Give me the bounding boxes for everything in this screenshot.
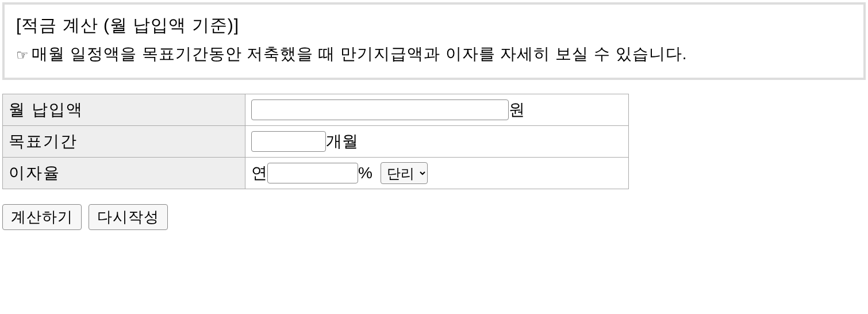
label-period: 목표기간 [3, 126, 245, 158]
calculate-button[interactable]: 계산하기 [2, 204, 82, 230]
table-row: 월 납입액 원 [3, 94, 629, 126]
page-title: [적금 계산 (월 납입액 기준)] [16, 14, 852, 37]
description: ☞매월 일정액을 목표기간동안 저축했을 때 만기지급액과 이자를 자세히 보실… [16, 42, 852, 66]
unit-months: 개월 [326, 132, 358, 150]
button-row: 계산하기 다시작성 [2, 204, 866, 230]
cell-period: 개월 [245, 126, 629, 158]
label-rate: 이자율 [3, 158, 245, 189]
header-box: [적금 계산 (월 납입액 기준)] ☞매월 일정액을 목표기간동안 저축했을 … [2, 2, 866, 80]
unit-percent: % [358, 164, 372, 182]
rate-input[interactable] [267, 163, 358, 183]
prefix-annual: 연 [251, 164, 267, 182]
monthly-amount-input[interactable] [251, 99, 509, 120]
label-monthly-amount: 월 납입액 [3, 94, 245, 126]
table-row: 이자율 연% 단리 [3, 158, 629, 189]
cell-monthly-amount: 원 [245, 94, 629, 126]
interest-type-select[interactable]: 단리 [381, 162, 428, 184]
form-table: 월 납입액 원 목표기간 개월 이자율 연% 단리 [2, 94, 629, 189]
reset-button[interactable]: 다시작성 [89, 204, 168, 230]
table-row: 목표기간 개월 [3, 126, 629, 158]
description-text: 매월 일정액을 목표기간동안 저축했을 때 만기지급액과 이자를 자세히 보실 … [32, 45, 688, 63]
unit-won: 원 [509, 101, 525, 118]
cell-rate: 연% 단리 [245, 158, 629, 189]
pointing-hand-icon: ☞ [16, 45, 29, 66]
period-input[interactable] [251, 131, 326, 152]
